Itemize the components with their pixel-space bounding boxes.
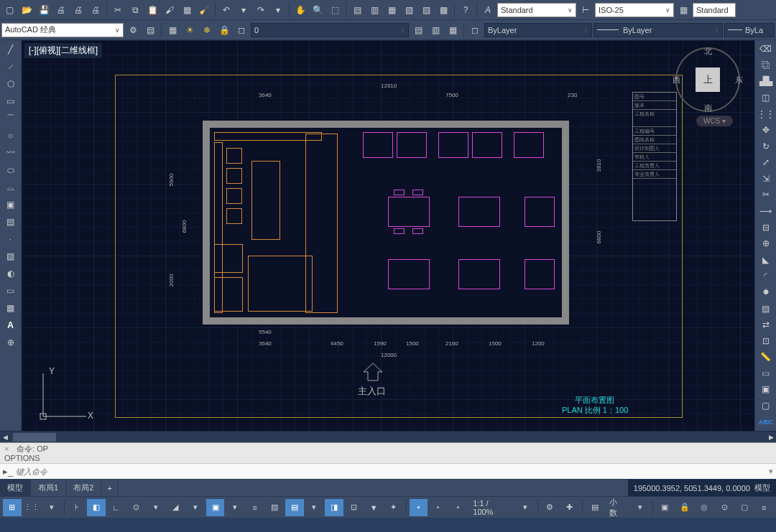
workspace-settings-icon[interactable]: ⚙ [125, 22, 141, 38]
break-icon[interactable]: ⊟ [757, 220, 775, 235]
ungroup-icon[interactable]: ▢ [757, 398, 775, 414]
print-icon[interactable]: 🖨 [53, 2, 69, 18]
cmd-recent-icon[interactable]: ▾ [769, 467, 773, 476]
color-swatch-icon[interactable]: ◻ [467, 22, 483, 38]
properties-icon[interactable]: ▤ [349, 2, 365, 18]
canvas-hscrollbar[interactable]: ◀ ▶ [0, 431, 776, 442]
command-input[interactable] [16, 467, 766, 476]
addselected-icon[interactable]: ⊕ [2, 335, 19, 350]
sc-menu[interactable]: ▾ [305, 499, 324, 516]
arc-icon[interactable]: ⌒ [2, 111, 19, 126]
spline-icon[interactable]: 〰 [2, 145, 19, 161]
new-icon[interactable]: ▢ [1, 2, 17, 18]
3dosnap-toggle[interactable]: ◨ [325, 499, 343, 516]
compass-west[interactable]: 西 [673, 75, 680, 85]
mtext-icon[interactable]: A [2, 317, 19, 333]
linetype-dropdown[interactable]: ByLayer ∨ [593, 23, 723, 37]
anno-plus[interactable]: ✚ [560, 499, 579, 516]
scale-icon[interactable]: ⤢ [757, 155, 775, 170]
sel-filter-toggle[interactable]: ▼ [364, 499, 383, 516]
table-icon[interactable]: ▦ [2, 300, 19, 316]
infer-toggle[interactable]: ⊦ [68, 499, 86, 516]
anno-scale-icon[interactable]: ⋆ [449, 499, 468, 516]
polyline-icon[interactable]: ⟋ [2, 59, 19, 75]
move-icon[interactable]: ✥ [757, 123, 775, 138]
table-style-icon[interactable]: ▦ [675, 2, 691, 18]
redo-dropdown-icon[interactable]: ▾ [270, 2, 286, 18]
ortho-toggle[interactable]: ∟ [107, 499, 126, 516]
explode-icon[interactable]: ✸ [757, 285, 775, 300]
compass-south[interactable]: 南 [704, 103, 712, 113]
quickprops-toggle[interactable]: ▣ [656, 499, 675, 516]
anno-scale-value[interactable]: 1:1 / 100% [468, 499, 514, 516]
copy-obj-icon[interactable]: ⿻ [757, 58, 775, 73]
cmd-prompt-icon[interactable]: ▸_ [3, 466, 13, 477]
tab-layout2[interactable]: 布局2 [66, 480, 101, 496]
group-icon[interactable]: ▣ [757, 382, 775, 397]
matchprop-icon[interactable]: 🖌 [162, 2, 177, 18]
units-value[interactable]: 小数 [605, 497, 629, 518]
dyn-ucs-toggle[interactable]: ⊡ [345, 499, 364, 516]
zoom-window-icon[interactable]: ⬚ [327, 2, 343, 18]
clean-screen-toggle[interactable]: ▢ [735, 499, 754, 516]
drawing-canvas[interactable]: [-][俯视][二维线框] 图号 版本 工程名称 工程编号 图纸名称 设计制图人… [22, 40, 754, 431]
wcs-badge[interactable]: WCS ▾ [696, 116, 733, 126]
tab-layout1[interactable]: 布局1 [31, 480, 66, 496]
ucs-icon[interactable]: Y X [36, 366, 93, 424]
undo-dropdown-icon[interactable]: ▾ [236, 2, 251, 18]
compass-north[interactable]: 北 [704, 46, 712, 57]
workspace-save-icon[interactable]: ▤ [142, 22, 158, 38]
rotate-icon[interactable]: ↻ [757, 139, 775, 154]
zoom-icon[interactable]: 🔍 [310, 2, 325, 18]
units-menu[interactable]: ▾ [631, 499, 650, 516]
transparency-toggle[interactable]: ▨ [266, 499, 285, 516]
measure-icon[interactable]: 📏 [757, 350, 775, 365]
pan-icon[interactable]: ✋ [292, 2, 308, 18]
point-icon[interactable]: · [2, 231, 19, 247]
lock-ui-toggle[interactable]: 🔒 [675, 499, 694, 516]
save-icon[interactable]: 💾 [36, 2, 52, 18]
snap-toggle[interactable]: ⋮⋮ [23, 499, 42, 516]
chamfer-icon[interactable]: ◣ [757, 253, 775, 268]
select-icon[interactable]: ▭ [757, 366, 775, 381]
grid-toggle[interactable]: ⊞ [3, 499, 22, 516]
polar-menu[interactable]: ▾ [147, 499, 165, 516]
mirror-icon[interactable]: ▟▙ [757, 74, 775, 89]
layer-dropdown[interactable]: 0 ∨ [251, 23, 409, 37]
draworder-icon[interactable]: ▤ [757, 301, 775, 316]
paste-icon[interactable]: 📋 [144, 2, 160, 18]
copy-icon[interactable]: ⧉ [127, 2, 143, 18]
abc-icon[interactable]: ABC [757, 414, 775, 429]
dynamic-input-toggle[interactable]: ◧ [87, 499, 106, 516]
rectangle-icon[interactable]: ▭ [2, 93, 19, 109]
ellipse-icon[interactable]: ⬭ [2, 162, 19, 178]
reverse-icon[interactable]: ⇄ [757, 317, 775, 332]
layer-prev-icon[interactable]: ▦ [445, 22, 461, 38]
plot-preview-icon[interactable]: 🖨 [70, 2, 86, 18]
tab-add[interactable]: + [101, 480, 119, 496]
undo-icon[interactable]: ↶ [218, 2, 234, 18]
layer-color-icon[interactable]: ◻ [234, 22, 249, 38]
cmd-expand-icon[interactable]: × [4, 444, 14, 454]
scroll-right-icon[interactable]: ▶ [766, 434, 776, 441]
layer-props-icon[interactable]: ▦ [165, 22, 180, 38]
trim-icon[interactable]: ✂ [757, 187, 775, 202]
layer-lock-icon[interactable]: 🔒 [216, 22, 232, 38]
scroll-left-icon[interactable]: ◀ [0, 434, 10, 441]
table-style-dropdown[interactable]: Standard [693, 3, 736, 17]
layer-iso-icon[interactable]: ▥ [428, 22, 443, 38]
hatch-icon[interactable]: ▨ [2, 248, 19, 264]
layer-state-icon[interactable]: ▤ [410, 22, 426, 38]
osnap-toggle[interactable]: ▣ [206, 499, 225, 516]
insert-block-icon[interactable]: ▣ [2, 197, 19, 213]
anno-autoscale[interactable]: ⋆ [429, 499, 448, 516]
isolate-toggle[interactable]: ◎ [696, 499, 714, 516]
ellipse-arc-icon[interactable]: ⌓ [2, 179, 19, 195]
iso-menu[interactable]: ▾ [186, 499, 205, 516]
coordinate-readout[interactable]: 195000.3952, 5051.3449, 0.0000 模型 [628, 480, 776, 496]
customize-status[interactable]: ≡ [754, 499, 773, 516]
extend-icon[interactable]: ⟶ [757, 204, 775, 219]
scroll-thumb[interactable] [13, 433, 56, 442]
erase-icon[interactable]: ⌫ [757, 42, 775, 57]
tool-palette-icon[interactable]: ▦ [384, 2, 399, 18]
